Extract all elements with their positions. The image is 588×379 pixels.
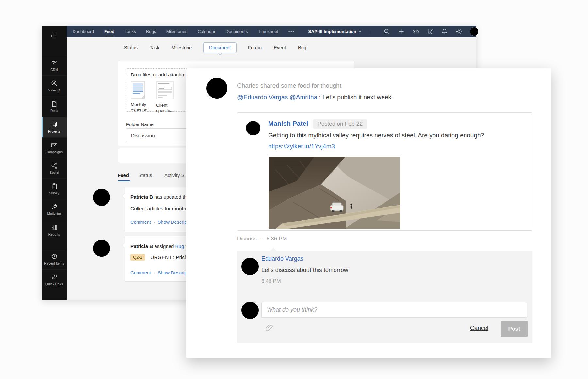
post-url-link[interactable]: https://zylker.in/1Yvj4m3 [268,143,335,150]
comment-time: 6:48 PM [261,278,281,284]
discuss-meta-row: Discuss - 6:36 PM [237,236,287,242]
settings-gear-icon[interactable] [455,28,462,35]
comment-thread-panel: Eduardo Vargas Let’s discuss about this … [237,251,532,343]
avatar [93,240,110,257]
games-icon[interactable] [412,28,419,35]
sidebar-item-label: Campaigns [46,150,63,154]
sidebar-item-label: Recent Items [44,262,64,265]
comment-author-link[interactable]: Eduardo Vargas [261,255,303,262]
sidebar-item-label: Survey [49,191,59,195]
tab-forum[interactable]: Forum [247,42,262,53]
post-author-link[interactable]: Manish Patel [268,120,308,127]
discuss-time: 6:36 PM [266,236,287,242]
user-avatar[interactable] [470,27,479,36]
tab-status[interactable]: Status [123,42,138,53]
avatar [93,189,110,206]
person-figure [350,203,352,209]
sidebar-item-salesiq[interactable]: SalesIQ [42,75,67,96]
tab-task[interactable]: Task [149,42,160,53]
attach-paperclip-icon[interactable] [265,323,274,332]
nav-item-bugs[interactable]: Bugs [146,26,156,37]
alarm-clock-icon[interactable] [427,28,433,35]
sidebar-item-quick-links[interactable]: Quick Links [42,269,67,290]
cliff-road-photo [269,157,400,229]
sidebar-item-recent-items[interactable]: Recent Items [42,249,67,269]
topnav-icon-group [361,27,479,36]
documents-icon [51,121,58,128]
sidebar-item-label: Quick Links [45,282,63,286]
tab-feed-status[interactable]: Status [138,173,152,178]
bug-id-badge: Q2-1 [130,254,145,261]
sidebar-footer: Recent Items Quick Links [42,249,67,290]
sidebar-item-label: Reports [48,233,60,236]
nav-item-dashboard[interactable]: Dashboard [73,26,94,37]
comment-body: Let’s discuss about this tomorrow [261,267,348,273]
sidebar-item-campaigns[interactable]: Campaigns [42,137,67,158]
active-tab-underline [118,180,130,181]
reply-input[interactable] [261,302,527,318]
nav-item-tasks[interactable]: Tasks [125,26,136,37]
rocket-icon [51,203,58,210]
feed-item-title: Patricia B assigned Bug to Ti [130,243,195,249]
avatar [246,121,260,135]
tab-event[interactable]: Event [273,42,286,53]
search-icon[interactable] [384,28,390,35]
sidebar-item-motivator[interactable]: Motivator [42,199,67,220]
page-fold-icon [51,100,58,107]
post-type-tabs: Status Task Milestone Document Forum Eve… [123,42,307,53]
sidebar-item-projects[interactable]: Projects [42,117,67,137]
discussion-modal: Charles shared some food for thought @Ed… [186,68,551,358]
tab-milestone[interactable]: Milestone [171,42,192,53]
more-menu-icon[interactable]: ••• [288,29,295,34]
nav-item-documents[interactable]: Documents [225,26,248,37]
mention-eduardo[interactable]: @Eduardo Vargas [237,94,288,101]
mention-amritha[interactable]: @Amritha [289,94,317,101]
attachment-monthly-expense[interactable]: Monthly expense... [131,81,152,113]
app-sidebar: CRM SalesIQ Desk Projects Campaigns [42,26,67,300]
tab-feed[interactable]: Feed [118,173,129,178]
sidebar-item-reports[interactable]: Reports [42,220,67,240]
nav-item-feed[interactable]: Feed [104,26,115,37]
post-button[interactable]: Post [501,321,528,337]
attachment-name: Client specific... [156,102,179,113]
sidebar-item-survey[interactable]: Survey [42,178,67,199]
nav-item-calendar[interactable]: Calendar [197,26,215,37]
bug-link[interactable]: Bug [175,243,184,249]
chevron-down-icon [359,31,361,32]
white-suv [330,203,343,212]
history-icon [51,253,58,260]
discuss-label: Discuss [237,236,257,242]
tab-bug[interactable]: Bug [297,42,307,53]
card-tail [122,193,128,199]
sidebar-item-social[interactable]: Social [42,158,67,178]
comment-link[interactable]: Comment [130,270,151,275]
tab-activity-stream[interactable]: Activity S [164,173,185,178]
attachment-client-specific[interactable]: Client specific... [156,81,178,113]
project-selector[interactable]: SAP-III Implementation [308,29,361,34]
post-body: Getting to this mythical valley requires… [268,132,484,139]
cancel-button[interactable]: Cancel [470,325,488,332]
comment-link[interactable]: Comment [130,220,151,225]
feed-author[interactable]: Patricia B [130,194,153,200]
notifications-bell-icon[interactable] [441,28,448,35]
feed-author[interactable]: Patricia B [130,243,153,249]
nav-item-milestones[interactable]: Milestones [166,26,188,37]
avatar [206,78,227,99]
shared-post-card: Manish Patel Posted on Feb 22 Getting to… [237,112,532,231]
card-tail [122,243,128,248]
sidebar-item-label: Social [50,171,59,174]
share-nodes-icon [51,162,58,169]
tab-document[interactable]: Document [203,42,237,53]
nav-item-timesheet[interactable]: Timesheet [258,26,278,37]
project-selector-label: SAP-III Implementation [308,29,356,34]
sidebar-item-desk[interactable]: Desk [42,96,67,117]
chain-link-icon [51,273,58,281]
sidebar-item-crm[interactable]: CRM [42,55,67,75]
envelope-icon [51,141,58,149]
attachment-name: Monthly expense... [131,102,154,113]
add-icon[interactable] [398,28,405,35]
divider [369,29,369,34]
drop-zone-label: Drop files or add attachment [131,72,192,77]
folder-name-label: Folder Name [126,122,154,127]
lined-document-icon [131,81,145,99]
